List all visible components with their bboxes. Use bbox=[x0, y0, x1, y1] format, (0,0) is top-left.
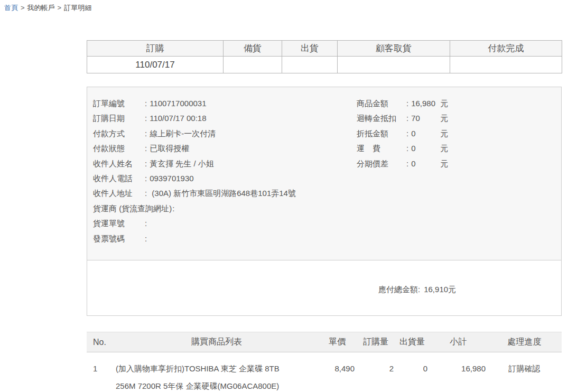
product-row: 1 (加入購物車享折扣)TOSHIBA 東芝 企業碟 8TB 256M 7200… bbox=[87, 352, 562, 392]
product-ship-qty: 0 bbox=[395, 352, 429, 392]
order-details-right-column: 商品金額:16,980元 迴轉金抵扣:70元 折抵金額:0元 運 費:0元 分期… bbox=[357, 96, 556, 244]
rebate-deduction-value: 70 bbox=[411, 111, 440, 126]
field-label: 付款方式 bbox=[93, 126, 144, 141]
breadcrumb-item-account[interactable]: 我的帳戶 bbox=[27, 4, 55, 12]
product-table: No. 購買商品列表 單價 訂購量 出貨量 小計 處理進度 1 (加入購物車享折… bbox=[87, 332, 562, 392]
order-details-left-column: 訂單編號:1100717000031 訂購日期:110/07/17 00:18 … bbox=[93, 96, 357, 244]
field-label: 訂購日期 bbox=[93, 111, 144, 126]
order-details-main: 訂單編號:1100717000031 訂購日期:110/07/17 00:18 … bbox=[87, 87, 561, 260]
shipping-fee-value: 0 bbox=[411, 141, 440, 156]
product-process-status: 訂購確認 bbox=[487, 352, 562, 392]
column-header-ship-qty: 出貨量 bbox=[395, 332, 429, 352]
tracking-number-row: 貨運單號: bbox=[93, 216, 357, 231]
total-due-section: 應付總金額:16,910元 bbox=[87, 260, 561, 315]
field-label: 折抵金額 bbox=[357, 126, 406, 141]
order-details-box: 訂單編號:1100717000031 訂購日期:110/07/17 00:18 … bbox=[87, 87, 562, 316]
status-header-ordered: 訂購 bbox=[87, 41, 224, 57]
order-status-table: 訂購 備貨 出貨 顧客取貨 付款完成 110/07/17 bbox=[87, 40, 562, 73]
status-paid-date bbox=[450, 57, 562, 73]
product-table-header-row: No. 購買商品列表 單價 訂購量 出貨量 小計 處理進度 bbox=[87, 332, 562, 352]
recipient-address-value: (30A) 新竹市東區明湖路648巷101弄14號 bbox=[150, 189, 296, 198]
currency-unit: 元 bbox=[440, 114, 448, 123]
rebate-deduction-row: 迴轉金抵扣:70元 bbox=[357, 111, 556, 126]
field-label: 分期價差 bbox=[357, 156, 406, 171]
field-label: 商品金額 bbox=[357, 96, 406, 111]
status-preparing-date bbox=[224, 57, 282, 73]
column-header-status: 處理進度 bbox=[487, 332, 562, 352]
installment-difference-row: 分期價差:0元 bbox=[357, 156, 556, 171]
product-name: (加入購物車享折扣)TOSHIBA 東芝 企業碟 8TB 256M 7200R … bbox=[115, 352, 318, 392]
product-order-qty: 2 bbox=[356, 352, 395, 392]
field-label: 收件人姓名 bbox=[93, 156, 144, 171]
product-name-line1: (加入購物車享折扣)TOSHIBA 東芝 企業碟 8TB bbox=[116, 360, 318, 377]
currency-unit: 元 bbox=[440, 144, 448, 153]
field-label: 收件人地址 bbox=[93, 186, 144, 201]
product-row-number: 1 bbox=[87, 352, 115, 392]
status-shipped-date bbox=[282, 57, 338, 73]
field-label: 運 費 bbox=[357, 141, 406, 156]
currency-unit: 元 bbox=[440, 99, 448, 108]
total-due-label: 應付總金額 bbox=[378, 285, 418, 294]
breadcrumb-separator: > bbox=[21, 4, 25, 12]
payment-method-row: 付款方式:線上刷卡-一次付清 bbox=[93, 126, 357, 141]
field-label: 付款狀態 bbox=[93, 141, 144, 156]
order-date-value: 110/07/17 00:18 bbox=[150, 114, 206, 123]
currency-unit: 元 bbox=[440, 129, 448, 138]
status-header-pickup: 顧客取貨 bbox=[338, 41, 450, 57]
field-label: 貨運單號 bbox=[93, 216, 144, 231]
field-label: 收件人電話 bbox=[93, 171, 144, 186]
installment-difference-value: 0 bbox=[411, 156, 440, 171]
status-ordered-date: 110/07/17 bbox=[87, 57, 224, 73]
product-unit-price: 8,490 bbox=[318, 352, 356, 392]
product-name-line2: 256M 7200R 5年保 企業硬碟(MG06ACA800E) bbox=[116, 377, 318, 392]
status-header-shipped: 出貨 bbox=[282, 41, 338, 57]
status-value-row: 110/07/17 bbox=[87, 57, 562, 73]
column-header-order-qty: 訂購量 bbox=[356, 332, 395, 352]
field-label: 發票號碼 bbox=[93, 231, 144, 246]
order-date-row: 訂購日期:110/07/17 00:18 bbox=[93, 111, 357, 126]
main-content: 訂購 備貨 出貨 顧客取貨 付款完成 110/07/17 訂單編號:110071… bbox=[87, 40, 562, 392]
column-header-no: No. bbox=[87, 332, 115, 352]
carrier-row: 貨運商 (貨流查詢網址): bbox=[93, 201, 357, 216]
payment-method-value: 線上刷卡-一次付清 bbox=[150, 129, 216, 138]
currency-unit: 元 bbox=[440, 159, 448, 168]
payment-status-row: 付款狀態:已取得授權 bbox=[93, 141, 357, 156]
breadcrumb: 首頁>我的帳戶>訂單明細 bbox=[0, 0, 568, 12]
goods-amount-row: 商品金額:16,980元 bbox=[357, 96, 556, 111]
status-header-row: 訂購 備貨 出貨 顧客取貨 付款完成 bbox=[87, 41, 562, 57]
discount-amount-value: 0 bbox=[411, 126, 440, 141]
recipient-phone-row: 收件人電話:0939701930 bbox=[93, 171, 357, 186]
breadcrumb-home-link[interactable]: 首頁 bbox=[4, 4, 18, 12]
status-header-preparing: 備貨 bbox=[224, 41, 282, 57]
order-number-row: 訂單編號:1100717000031 bbox=[93, 96, 357, 111]
discount-amount-row: 折抵金額:0元 bbox=[357, 126, 556, 141]
recipient-name-row: 收件人姓名:黃玄揮 先生 / 小姐 bbox=[93, 156, 357, 171]
breadcrumb-separator: > bbox=[58, 4, 62, 12]
recipient-address-row: 收件人地址: (30A) 新竹市東區明湖路648巷101弄14號 bbox=[93, 186, 357, 201]
status-pickup-date bbox=[338, 57, 450, 73]
field-label: 訂單編號 bbox=[93, 96, 144, 111]
product-subtotal: 16,980 bbox=[429, 352, 487, 392]
column-header-unit-price: 單價 bbox=[318, 332, 356, 352]
order-number-value: 1100717000031 bbox=[150, 99, 206, 108]
recipient-phone-value: 0939701930 bbox=[150, 174, 193, 183]
status-header-paid: 付款完成 bbox=[450, 41, 562, 57]
shipping-fee-row: 運 費:0元 bbox=[357, 141, 556, 156]
field-label: 貨運商 (貨流查詢網址) bbox=[93, 201, 172, 216]
payment-status-value: 已取得授權 bbox=[150, 144, 189, 153]
recipient-name-value: 黃玄揮 先生 / 小姐 bbox=[150, 159, 214, 168]
invoice-number-row: 發票號碼: bbox=[93, 231, 357, 246]
field-label: 迴轉金抵扣 bbox=[357, 111, 406, 126]
breadcrumb-item-order-detail: 訂單明細 bbox=[64, 4, 91, 12]
column-header-product-list: 購買商品列表 bbox=[115, 332, 318, 352]
total-due-value: 16,910元 bbox=[424, 285, 456, 294]
column-header-subtotal: 小計 bbox=[429, 332, 487, 352]
goods-amount-value: 16,980 bbox=[411, 96, 440, 111]
